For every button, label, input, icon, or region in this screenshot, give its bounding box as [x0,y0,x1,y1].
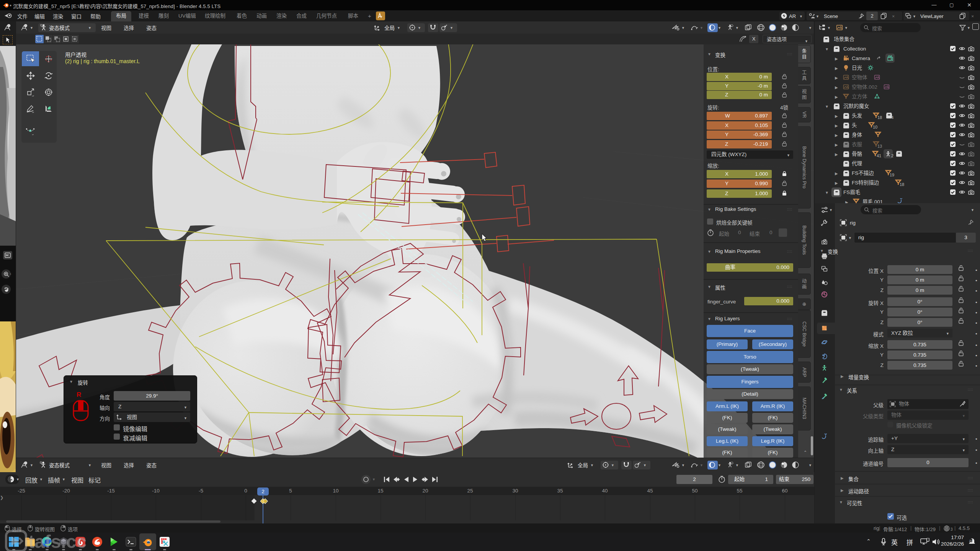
svg-text:22: 22 [969,539,973,543]
svg-text:tafs.cc: tafs.cc [28,531,87,551]
